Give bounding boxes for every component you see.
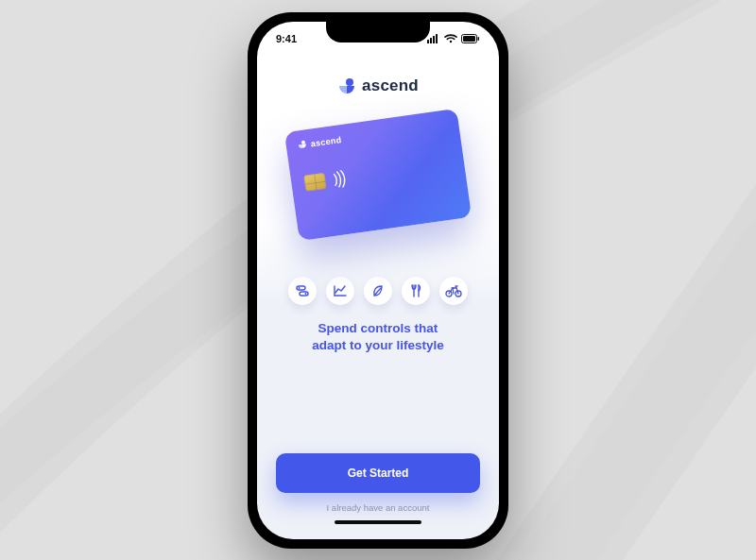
battery-icon	[461, 34, 480, 43]
contactless-icon	[332, 169, 350, 192]
notch	[326, 22, 430, 42]
card-illustration: ascend	[291, 120, 465, 229]
svg-point-9	[301, 140, 306, 144]
svg-point-11	[299, 287, 301, 289]
card-brand: ascend	[297, 134, 342, 151]
chart-icon	[326, 277, 354, 305]
phone-frame: 9:41	[248, 12, 508, 549]
signal-icon	[427, 34, 440, 43]
bike-icon	[439, 277, 468, 305]
home-indicator	[335, 520, 421, 524]
svg-rect-7	[478, 37, 480, 41]
feature-icon-row	[288, 277, 468, 305]
brand-mark-icon	[337, 76, 356, 95]
credit-card: ascend	[284, 108, 472, 240]
tagline: Spend controls that adapt to your lifest…	[312, 320, 444, 354]
svg-rect-1	[430, 38, 432, 43]
svg-rect-6	[463, 36, 475, 42]
tagline-line1: Spend controls that	[312, 320, 444, 337]
screen: 9:41	[257, 22, 499, 539]
card-brand-label: ascend	[310, 135, 342, 148]
get-started-button[interactable]: Get Started	[276, 453, 480, 493]
wifi-icon	[444, 34, 457, 43]
tagline-line2: adapt to your lifestyle	[312, 337, 444, 354]
leaf-icon	[364, 277, 392, 305]
chip-icon	[303, 172, 326, 191]
status-indicators	[427, 34, 480, 43]
svg-rect-3	[436, 34, 438, 43]
onboarding-content: ascend ascend	[257, 22, 499, 539]
svg-point-13	[305, 293, 307, 295]
brand-logo: ascend	[337, 76, 419, 95]
food-icon	[402, 277, 430, 305]
svg-rect-2	[433, 36, 435, 43]
card-brand-mark-icon	[297, 139, 308, 151]
svg-rect-10	[297, 286, 305, 290]
svg-point-8	[346, 78, 353, 86]
status-time: 9:41	[276, 33, 297, 44]
svg-point-4	[450, 40, 452, 42]
svg-rect-12	[300, 292, 308, 296]
toggles-icon	[288, 277, 317, 305]
sign-in-link[interactable]: I already have an account	[327, 502, 430, 513]
svg-rect-0	[427, 40, 429, 43]
brand-name: ascend	[362, 76, 419, 95]
